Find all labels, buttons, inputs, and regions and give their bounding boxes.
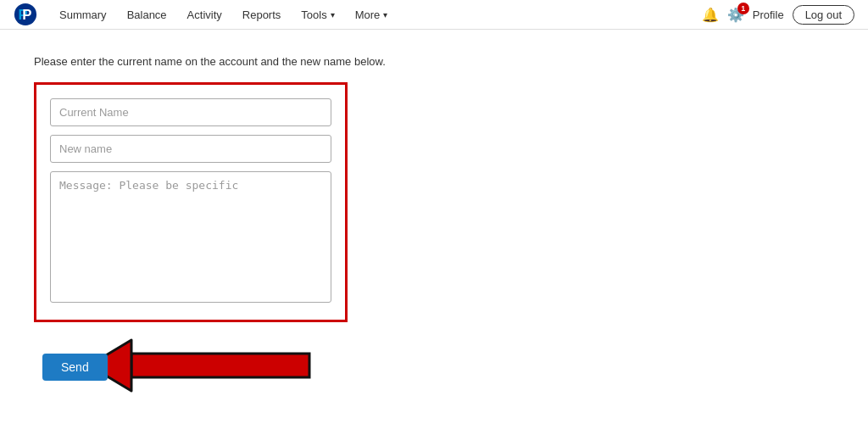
main-content: Please enter the current name on the acc… (0, 30, 868, 446)
nav-menu: Summary Balance Activity Reports Tools M… (49, 0, 702, 30)
settings-gear-icon[interactable]: ⚙️ 1 (727, 7, 744, 23)
nav-right-area: 🔔 ⚙️ 1 Profile Log out (702, 5, 854, 25)
notification-bell-icon[interactable]: 🔔 (702, 7, 719, 23)
form-box (34, 82, 348, 322)
svg-rect-3 (131, 354, 309, 377)
arrow-indicator (85, 337, 314, 398)
logout-button[interactable]: Log out (793, 5, 854, 25)
current-name-input[interactable] (50, 98, 331, 126)
top-navigation: P P Summary Balance Activity Reports Too… (0, 0, 868, 30)
send-area: Send (34, 337, 834, 397)
notification-badge: 1 (737, 3, 749, 14)
svg-text:P: P (22, 7, 31, 23)
nav-tools[interactable]: Tools (291, 0, 344, 30)
profile-link[interactable]: Profile (753, 8, 784, 21)
nav-balance[interactable]: Balance (117, 0, 177, 30)
paypal-logo: P P (14, 3, 37, 26)
nav-reports[interactable]: Reports (232, 0, 292, 30)
nav-summary[interactable]: Summary (49, 0, 117, 30)
send-button[interactable]: Send (42, 354, 108, 381)
nav-activity[interactable]: Activity (177, 0, 232, 30)
new-name-input[interactable] (50, 135, 331, 163)
nav-more[interactable]: More (345, 0, 398, 30)
message-textarea[interactable] (50, 171, 331, 303)
instruction-text: Please enter the current name on the acc… (34, 53, 834, 70)
